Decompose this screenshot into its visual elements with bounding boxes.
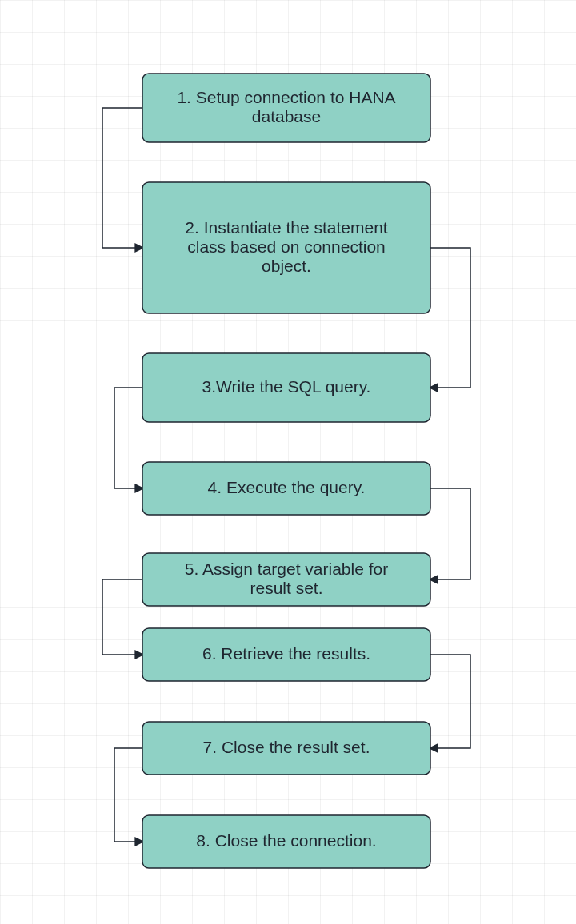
connector-n1-n2: [102, 108, 142, 248]
connector-n7-n8: [114, 748, 142, 842]
connector-n6-n7: [430, 655, 470, 748]
flow-step-5: 5. Assign target variable forresult set.: [142, 553, 430, 606]
connector-n3-n4: [114, 388, 142, 488]
flow-step-7: 7. Close the result set.: [142, 722, 430, 775]
flow-step-1: 1. Setup connection to HANAdatabase: [142, 74, 430, 142]
flow-step-label: 3.Write the SQL query.: [202, 377, 371, 396]
flow-step-label: database: [252, 107, 321, 125]
flow-step-label: 7. Close the result set.: [203, 738, 370, 756]
flow-step-6: 6. Retrieve the results.: [142, 628, 430, 681]
connector-n5-n6: [102, 579, 142, 655]
flow-step-label: result set.: [250, 579, 322, 597]
flow-step-label: object.: [262, 257, 311, 275]
flow-step-label: 1. Setup connection to HANA: [177, 88, 395, 106]
connector-n4-n5: [430, 488, 470, 579]
connector-n2-n3: [430, 248, 470, 388]
flow-step-label: 4. Execute the query.: [208, 478, 366, 496]
flow-step-label: 8. Close the connection.: [196, 831, 376, 850]
flow-step-label: 5. Assign target variable for: [185, 560, 388, 578]
flow-step-label: class based on connection: [187, 237, 386, 256]
flow-step-3: 3.Write the SQL query.: [142, 353, 430, 422]
flow-step-8: 8. Close the connection.: [142, 815, 430, 868]
flow-step-label: 6. Retrieve the results.: [202, 644, 370, 663]
flow-step-2: 2. Instantiate the statementclass based …: [142, 182, 430, 313]
flow-diagram: 1. Setup connection to HANAdatabase2. In…: [0, 0, 576, 924]
flow-step-4: 4. Execute the query.: [142, 462, 430, 515]
flow-step-label: 2. Instantiate the statement: [185, 218, 387, 237]
